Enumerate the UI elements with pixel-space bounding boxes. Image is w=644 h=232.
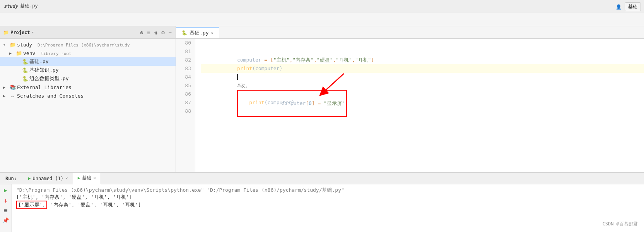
code-lines[interactable]: computer = ["主机","内存条","硬盘","耳机","耳机"] p…	[195, 39, 644, 172]
tab-py-icon: 🐍	[181, 30, 187, 36]
run-output: "D:\Program Files (x86)\pycharm\study\ve…	[12, 184, 644, 232]
ext-libs-label: External Libraries	[17, 84, 72, 90]
code-line-84: #改。	[201, 73, 644, 81]
linenum-84: 84	[176, 73, 195, 81]
run-output-cmd: "D:\Program Files (x86)\pycharm\study\ve…	[16, 187, 639, 194]
run-tab-unnamed-close[interactable]: ×	[65, 176, 68, 181]
watermark: CSDN @百慕郦君	[603, 221, 638, 227]
ext-libs-arrow: ▶	[3, 85, 9, 89]
code-area: 80 81 82 83 84 85 86 87 88 computer = ["…	[176, 39, 644, 172]
code-line-80	[201, 39, 644, 47]
tree-item-jichu-py[interactable]: 🐍 基础.py	[0, 57, 176, 66]
linenum-86: 86	[176, 90, 195, 98]
run-play-btn[interactable]: ▶	[2, 186, 10, 194]
venv-detail: library root	[41, 51, 71, 56]
title-bar: study 基础.py	[0, 0, 644, 12]
top-right-area: 👤 基础	[616, 2, 641, 11]
run-tab-unnamed-icon: ▶	[28, 176, 31, 181]
account-icon: 👤	[616, 4, 622, 10]
sidebar-header-icons: ⊕ ≡ ⇅ ⚙ −	[139, 29, 173, 36]
run-output-line2: ['显示屏', '内存条', '硬盘', '耳机', '耳机']	[16, 201, 639, 209]
toolbar	[0, 12, 644, 26]
jichu-zhishi-label: 基础知识.py	[29, 67, 58, 74]
linenum-82: 82	[176, 56, 195, 64]
run-output-suffix: '内存条', '硬盘', '耳机', '耳机']	[50, 202, 141, 208]
code-line-81: computer = ["主机","内存条","硬盘","耳机","耳机"]	[201, 47, 644, 56]
project-icon: 📁	[3, 30, 9, 35]
sidebar-tree: ▾ 📁 study D:\Program Files (x86)\pycharm…	[0, 39, 176, 172]
zuhe-label: 组合数据类型.py	[29, 75, 68, 82]
tab-jichu-py[interactable]: 🐍 基础.py ×	[176, 27, 219, 38]
red-box-annotation: computer[0] = "显示屏"	[237, 90, 347, 117]
sidebar-title: 📁 Project ▾	[3, 30, 34, 35]
tab-close-btn[interactable]: ×	[211, 31, 214, 36]
venv-folder-icon: 📁	[15, 50, 22, 56]
main-area: 📁 Project ▾ ⊕ ≡ ⇅ ⚙ − ▾ 📁 study D:\Progr…	[0, 26, 644, 172]
venv-label: venv library root	[23, 50, 72, 56]
bottom-panel: Run: ▶ Unnamed (1) × ▶ 基础 × ▶ ↓ ≡ 📌 "D:\…	[0, 172, 644, 232]
run-sidebar: ▶ ↓ ≡ 📌	[0, 184, 12, 232]
close-sidebar-icon[interactable]: −	[168, 29, 173, 36]
tree-item-study[interactable]: ▾ 📁 study D:\Program Files (x86)\pycharm…	[0, 40, 176, 49]
jichu-py-icon: 🐍	[22, 59, 29, 65]
linenum-80: 80	[176, 39, 195, 47]
linenum-83: 83	[176, 64, 195, 73]
app-icon: study	[4, 3, 18, 9]
tree-item-external-libs[interactable]: ▶ 📚 External Libraries	[0, 83, 176, 91]
run-label: Run:	[3, 174, 19, 183]
sidebar: 📁 Project ▾ ⊕ ≡ ⇅ ⚙ − ▾ 📁 study D:\Progr…	[0, 26, 176, 172]
code-line-85: computer[0] = "显示屏"	[201, 81, 644, 90]
tree-item-jichu-zhishi[interactable]: 🐍 基础知识.py	[0, 66, 176, 74]
linenum-88: 88	[176, 107, 195, 115]
jichu-zhishi-icon: 🐍	[22, 67, 29, 73]
run-tabs: Run: ▶ Unnamed (1) × ▶ 基础 ×	[0, 173, 644, 184]
scratches-label: Scratches and Consoles	[17, 93, 84, 99]
run-output-highlight: ['显示屏',	[16, 201, 47, 209]
run-pin-btn[interactable]: 📌	[2, 216, 10, 225]
run-tab-unnamed-label: Unnamed (1)	[33, 176, 63, 181]
settings-icon[interactable]: ⚙	[161, 29, 165, 36]
sidebar-header: 📁 Project ▾ ⊕ ≡ ⇅ ⚙ −	[0, 26, 176, 39]
account-button[interactable]: 基础	[625, 2, 641, 11]
title-file-name: 基础.py	[20, 3, 38, 9]
collapse-icon[interactable]: ≡	[146, 29, 151, 36]
line-numbers: 80 81 82 83 84 85 86 87 88	[176, 39, 195, 172]
tree-item-venv[interactable]: ▶ 📁 venv library root	[0, 49, 176, 57]
ext-libs-icon: 📚	[9, 84, 16, 90]
zuhe-icon: 🐍	[22, 76, 29, 82]
editor-tabs: 🐍 基础.py ×	[176, 26, 644, 39]
expand-icon[interactable]: ⇅	[154, 29, 158, 36]
tree-item-zuhe[interactable]: 🐍 组合数据类型.py	[0, 74, 176, 83]
run-tab-unnamed[interactable]: ▶ Unnamed (1) ×	[24, 173, 73, 184]
project-dropdown[interactable]: ▾	[32, 30, 34, 35]
run-tab-jichu-icon: ▶	[78, 175, 80, 180]
run-tab-jichu-label: 基础	[82, 175, 91, 181]
run-tab-jichu[interactable]: ▶ 基础 ×	[73, 173, 101, 184]
scratches-icon-el: ✏️	[9, 93, 16, 99]
linenum-85: 85	[176, 81, 195, 90]
study-label: study D:\Program Files (x86)\pycharm\stu…	[17, 42, 130, 48]
run-stop-btn[interactable]: ↓	[2, 196, 10, 205]
tree-item-scratches[interactable]: ▶ ✏️ Scratches and Consoles	[0, 91, 176, 100]
run-output-line1: ['主机', '内存条', '硬盘', '耳机', '耳机']	[16, 194, 639, 201]
venv-arrow: ▶	[9, 51, 15, 55]
study-arrow: ▾	[3, 43, 9, 47]
code-var-81: computer	[237, 57, 261, 63]
run-align-btn[interactable]: ≡	[2, 206, 10, 215]
scratches-arrow: ▶	[3, 94, 9, 98]
editor-area: 🐍 基础.py × 80 81 82 83 84 85 86 87 88	[176, 26, 644, 172]
run-content: ▶ ↓ ≡ 📌 "D:\Program Files (x86)\pycharm\…	[0, 184, 644, 232]
cursor	[237, 74, 241, 80]
jichu-py-label: 基础.py	[29, 58, 48, 65]
linenum-81: 81	[176, 47, 195, 56]
tab-label: 基础.py	[190, 29, 208, 36]
editor-content[interactable]: 80 81 82 83 84 85 86 87 88 computer = ["…	[176, 39, 644, 172]
study-path: D:\Program Files (x86)\pycharm\study	[38, 43, 130, 48]
run-tab-jichu-close[interactable]: ×	[93, 175, 96, 180]
study-folder-icon: 📁	[9, 42, 16, 48]
add-icon[interactable]: ⊕	[139, 29, 144, 36]
linenum-87: 87	[176, 98, 195, 107]
